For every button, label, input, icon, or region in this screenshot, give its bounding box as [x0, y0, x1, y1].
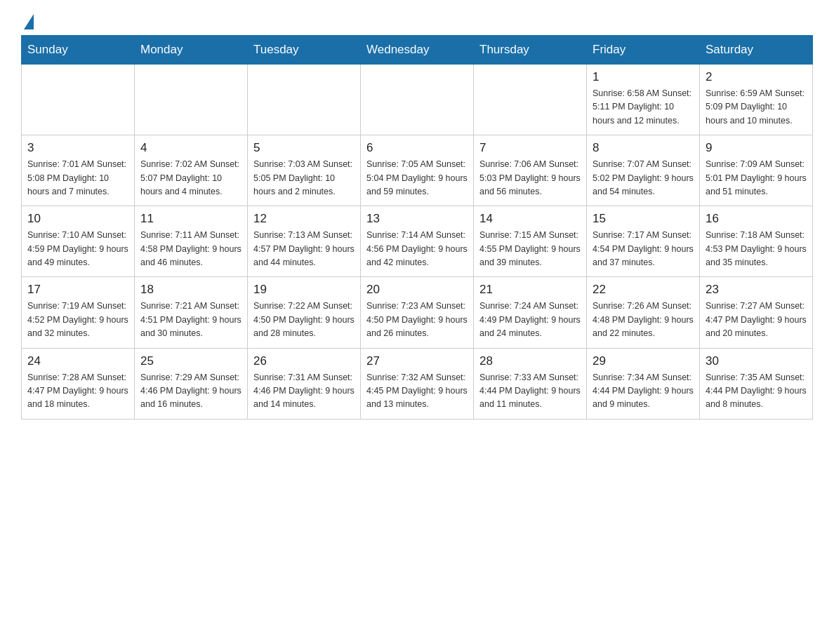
day-info: Sunrise: 7:15 AM Sunset: 4:55 PM Dayligh… — [479, 229, 581, 269]
day-info: Sunrise: 7:32 AM Sunset: 4:45 PM Dayligh… — [366, 371, 468, 412]
calendar-cell: 25Sunrise: 7:29 AM Sunset: 4:46 PM Dayli… — [135, 348, 248, 419]
calendar-cell: 13Sunrise: 7:14 AM Sunset: 4:56 PM Dayli… — [361, 206, 474, 277]
logo-triangle-icon — [24, 14, 34, 29]
calendar-cell: 21Sunrise: 7:24 AM Sunset: 4:49 PM Dayli… — [474, 277, 587, 348]
day-info: Sunrise: 7:35 AM Sunset: 4:44 PM Dayligh… — [706, 371, 807, 412]
calendar-cell — [135, 65, 248, 135]
calendar-header: SundayMondayTuesdayWednesdayThursdayFrid… — [22, 36, 813, 65]
day-info: Sunrise: 7:29 AM Sunset: 4:46 PM Dayligh… — [140, 371, 241, 412]
day-number: 17 — [27, 283, 128, 297]
header-day-sunday: Sunday — [22, 36, 135, 65]
calendar-cell: 22Sunrise: 7:26 AM Sunset: 4:48 PM Dayli… — [587, 277, 700, 348]
day-number: 29 — [593, 354, 694, 368]
calendar-cell: 23Sunrise: 7:27 AM Sunset: 4:47 PM Dayli… — [700, 277, 813, 348]
day-info: Sunrise: 7:11 AM Sunset: 4:58 PM Dayligh… — [140, 229, 241, 269]
day-number: 24 — [27, 354, 128, 368]
calendar-cell: 6Sunrise: 7:05 AM Sunset: 5:04 PM Daylig… — [361, 135, 474, 206]
day-number: 7 — [479, 141, 581, 155]
calendar-cell — [474, 65, 587, 135]
calendar-cell: 9Sunrise: 7:09 AM Sunset: 5:01 PM Daylig… — [700, 135, 813, 206]
calendar-cell: 20Sunrise: 7:23 AM Sunset: 4:50 PM Dayli… — [361, 277, 474, 348]
day-number: 15 — [593, 212, 694, 226]
day-info: Sunrise: 6:58 AM Sunset: 5:11 PM Dayligh… — [593, 87, 694, 128]
calendar-cell: 24Sunrise: 7:28 AM Sunset: 4:47 PM Dayli… — [22, 348, 135, 419]
day-info: Sunrise: 7:13 AM Sunset: 4:57 PM Dayligh… — [253, 229, 355, 269]
day-number: 6 — [366, 141, 468, 155]
calendar-cell: 18Sunrise: 7:21 AM Sunset: 4:51 PM Dayli… — [135, 277, 248, 348]
calendar-cell: 3Sunrise: 7:01 AM Sunset: 5:08 PM Daylig… — [22, 135, 135, 206]
day-number: 4 — [140, 141, 241, 155]
week-row-2: 3Sunrise: 7:01 AM Sunset: 5:08 PM Daylig… — [22, 135, 813, 206]
day-info: Sunrise: 7:27 AM Sunset: 4:47 PM Dayligh… — [706, 300, 807, 340]
day-number: 23 — [706, 283, 807, 297]
page-header — [21, 14, 813, 28]
calendar-table: SundayMondayTuesdayWednesdayThursdayFrid… — [21, 35, 813, 420]
day-info: Sunrise: 7:34 AM Sunset: 4:44 PM Dayligh… — [593, 371, 694, 412]
header-day-thursday: Thursday — [474, 36, 587, 65]
calendar-cell: 27Sunrise: 7:32 AM Sunset: 4:45 PM Dayli… — [361, 348, 474, 419]
day-number: 11 — [140, 212, 241, 226]
day-info: Sunrise: 7:22 AM Sunset: 4:50 PM Dayligh… — [253, 300, 355, 340]
day-info: Sunrise: 6:59 AM Sunset: 5:09 PM Dayligh… — [706, 87, 807, 128]
calendar-body: 1Sunrise: 6:58 AM Sunset: 5:11 PM Daylig… — [22, 65, 813, 420]
calendar-cell: 4Sunrise: 7:02 AM Sunset: 5:07 PM Daylig… — [135, 135, 248, 206]
day-number: 28 — [479, 354, 581, 368]
day-info: Sunrise: 7:24 AM Sunset: 4:49 PM Dayligh… — [479, 300, 581, 340]
logo — [21, 14, 35, 28]
week-row-3: 10Sunrise: 7:10 AM Sunset: 4:59 PM Dayli… — [22, 206, 813, 277]
day-number: 5 — [253, 141, 355, 155]
header-day-tuesday: Tuesday — [248, 36, 361, 65]
day-info: Sunrise: 7:31 AM Sunset: 4:46 PM Dayligh… — [253, 371, 355, 412]
day-number: 25 — [140, 354, 241, 368]
day-number: 13 — [366, 212, 468, 226]
day-number: 19 — [253, 283, 355, 297]
header-day-saturday: Saturday — [700, 36, 813, 65]
calendar-cell — [361, 65, 474, 135]
day-info: Sunrise: 7:18 AM Sunset: 4:53 PM Dayligh… — [706, 229, 807, 269]
day-info: Sunrise: 7:03 AM Sunset: 5:05 PM Dayligh… — [253, 158, 355, 199]
calendar-cell: 26Sunrise: 7:31 AM Sunset: 4:46 PM Dayli… — [248, 348, 361, 419]
calendar-cell: 11Sunrise: 7:11 AM Sunset: 4:58 PM Dayli… — [135, 206, 248, 277]
day-number: 8 — [593, 141, 694, 155]
calendar-cell — [22, 65, 135, 135]
calendar-cell: 30Sunrise: 7:35 AM Sunset: 4:44 PM Dayli… — [700, 348, 813, 419]
header-day-monday: Monday — [135, 36, 248, 65]
day-number: 22 — [593, 283, 694, 297]
day-number: 2 — [706, 70, 807, 84]
day-number: 16 — [706, 212, 807, 226]
header-day-wednesday: Wednesday — [361, 36, 474, 65]
calendar-cell: 19Sunrise: 7:22 AM Sunset: 4:50 PM Dayli… — [248, 277, 361, 348]
day-info: Sunrise: 7:02 AM Sunset: 5:07 PM Dayligh… — [140, 158, 241, 199]
calendar-cell: 12Sunrise: 7:13 AM Sunset: 4:57 PM Dayli… — [248, 206, 361, 277]
day-info: Sunrise: 7:17 AM Sunset: 4:54 PM Dayligh… — [593, 229, 694, 269]
day-number: 30 — [706, 354, 807, 368]
header-day-friday: Friday — [587, 36, 700, 65]
day-info: Sunrise: 7:28 AM Sunset: 4:47 PM Dayligh… — [27, 371, 128, 412]
day-info: Sunrise: 7:06 AM Sunset: 5:03 PM Dayligh… — [479, 158, 581, 199]
day-info: Sunrise: 7:19 AM Sunset: 4:52 PM Dayligh… — [27, 300, 128, 340]
day-info: Sunrise: 7:26 AM Sunset: 4:48 PM Dayligh… — [593, 300, 694, 340]
day-info: Sunrise: 7:01 AM Sunset: 5:08 PM Dayligh… — [27, 158, 128, 199]
week-row-1: 1Sunrise: 6:58 AM Sunset: 5:11 PM Daylig… — [22, 65, 813, 135]
calendar-cell: 1Sunrise: 6:58 AM Sunset: 5:11 PM Daylig… — [587, 65, 700, 135]
day-info: Sunrise: 7:05 AM Sunset: 5:04 PM Dayligh… — [366, 158, 468, 199]
calendar-cell: 2Sunrise: 6:59 AM Sunset: 5:09 PM Daylig… — [700, 65, 813, 135]
day-number: 1 — [593, 70, 694, 84]
calendar-cell: 10Sunrise: 7:10 AM Sunset: 4:59 PM Dayli… — [22, 206, 135, 277]
week-row-4: 17Sunrise: 7:19 AM Sunset: 4:52 PM Dayli… — [22, 277, 813, 348]
day-number: 9 — [706, 141, 807, 155]
week-row-5: 24Sunrise: 7:28 AM Sunset: 4:47 PM Dayli… — [22, 348, 813, 419]
calendar-cell: 28Sunrise: 7:33 AM Sunset: 4:44 PM Dayli… — [474, 348, 587, 419]
day-number: 3 — [27, 141, 128, 155]
day-number: 10 — [27, 212, 128, 226]
day-number: 20 — [366, 283, 468, 297]
header-row: SundayMondayTuesdayWednesdayThursdayFrid… — [22, 36, 813, 65]
calendar-cell: 8Sunrise: 7:07 AM Sunset: 5:02 PM Daylig… — [587, 135, 700, 206]
calendar-cell: 7Sunrise: 7:06 AM Sunset: 5:03 PM Daylig… — [474, 135, 587, 206]
day-info: Sunrise: 7:33 AM Sunset: 4:44 PM Dayligh… — [479, 371, 581, 412]
day-info: Sunrise: 7:14 AM Sunset: 4:56 PM Dayligh… — [366, 229, 468, 269]
day-number: 26 — [253, 354, 355, 368]
day-number: 21 — [479, 283, 581, 297]
calendar-cell: 15Sunrise: 7:17 AM Sunset: 4:54 PM Dayli… — [587, 206, 700, 277]
day-number: 27 — [366, 354, 468, 368]
